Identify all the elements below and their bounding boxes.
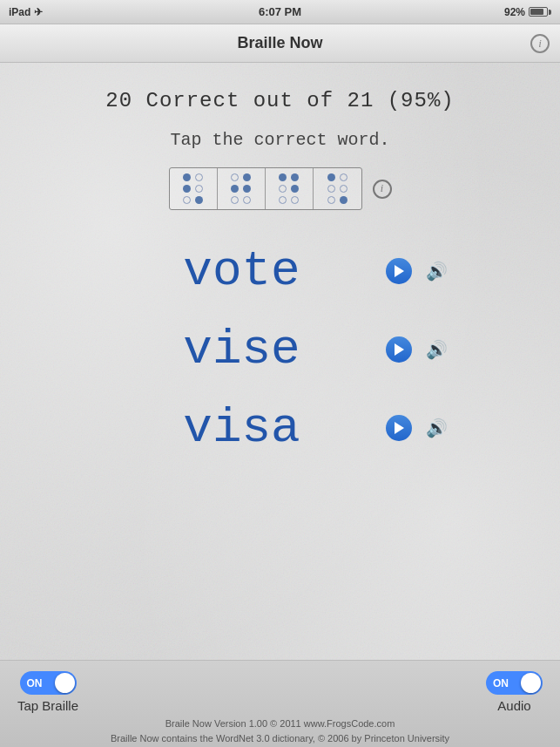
- app-title: Braille Now: [237, 34, 322, 52]
- audio-toggle-group: ON Audio: [486, 671, 543, 713]
- dot: [327, 185, 335, 193]
- dot: [279, 185, 287, 193]
- tap-braille-toggle-group: ON Tap Braille: [17, 671, 78, 713]
- answer-row-3: visa 🔊: [17, 393, 543, 463]
- dot: [340, 196, 347, 204]
- speaker-button-3[interactable]: 🔊: [425, 416, 449, 440]
- dot: [195, 173, 203, 181]
- dot: [291, 173, 299, 181]
- braille-display[interactable]: [169, 167, 362, 210]
- toggle-thumb-right: [521, 673, 541, 693]
- tap-braille-on-label: ON: [27, 677, 43, 689]
- answer-word-3[interactable]: visa: [111, 400, 373, 456]
- dot: [279, 173, 287, 181]
- status-bar: iPad ✈ 6:07 PM 92%: [0, 0, 560, 24]
- dot: [183, 173, 191, 181]
- dot: [279, 196, 287, 204]
- braille-cell-4: [314, 168, 361, 209]
- play-button-2[interactable]: [386, 336, 412, 363]
- dot: [340, 173, 347, 181]
- main-content: 20 Correct out of 21 (95%) Tap the corre…: [0, 63, 560, 480]
- dot: [327, 196, 335, 204]
- battery-percent: 92%: [504, 6, 525, 18]
- dot: [231, 196, 239, 204]
- answer-word-1[interactable]: vote: [111, 243, 373, 299]
- dot: [195, 196, 203, 204]
- dot: [183, 185, 191, 193]
- audio-on-label: ON: [493, 677, 509, 689]
- footer: Braile Now Version 1.00 © 2011 www.Frogs…: [0, 713, 560, 747]
- toggle-thumb-left: [55, 673, 75, 693]
- footer-line2: Braille Now contains the WordNet 3.0 dic…: [0, 731, 560, 746]
- battery-icon: [529, 7, 551, 17]
- dot: [231, 185, 239, 193]
- status-time: 6:07 PM: [259, 5, 301, 18]
- answers-section: vote 🔊 vise 🔊 visa 🔊: [17, 236, 543, 463]
- tap-braille-label: Tap Braille: [17, 698, 78, 713]
- braille-cell-2: [218, 168, 266, 209]
- status-left: iPad ✈: [9, 6, 43, 18]
- play-button-3[interactable]: [386, 415, 412, 441]
- bottom-controls: ON Tap Braille ON Audio: [0, 661, 560, 713]
- dot: [243, 173, 251, 181]
- dot: [291, 185, 299, 193]
- answer-word-2[interactable]: vise: [111, 322, 373, 377]
- bottom-bar: ON Tap Braille ON Audio Braile Now Versi…: [0, 660, 560, 747]
- speaker-button-2[interactable]: 🔊: [425, 337, 449, 362]
- braille-info-button[interactable]: i: [373, 180, 392, 199]
- dot: [231, 173, 239, 181]
- footer-line1: Braile Now Version 1.00 © 2011 www.Frogs…: [0, 716, 560, 731]
- dot: [183, 196, 191, 204]
- braille-container: i: [169, 167, 392, 210]
- audio-label: Audio: [497, 698, 530, 713]
- dot: [243, 196, 251, 204]
- braille-cell-3: [266, 168, 314, 209]
- title-bar: Braille Now i: [0, 24, 560, 63]
- speaker-button-1[interactable]: 🔊: [425, 259, 449, 283]
- answer-row-2: vise 🔊: [17, 315, 543, 384]
- dot: [327, 173, 335, 181]
- instruction-text: Tap the correct word.: [170, 130, 389, 150]
- score-display: 20 Correct out of 21 (95%): [105, 89, 454, 112]
- braille-cell-1: [170, 168, 218, 209]
- play-button-1[interactable]: [386, 258, 412, 284]
- audio-toggle[interactable]: ON: [486, 671, 543, 695]
- dot: [291, 196, 299, 204]
- dot: [243, 185, 251, 193]
- status-right: 92%: [504, 6, 551, 18]
- title-info-button[interactable]: i: [530, 34, 550, 53]
- tap-braille-toggle[interactable]: ON: [20, 671, 77, 695]
- dot: [195, 185, 203, 193]
- answer-row-1: vote 🔊: [17, 236, 543, 306]
- dot: [340, 185, 347, 193]
